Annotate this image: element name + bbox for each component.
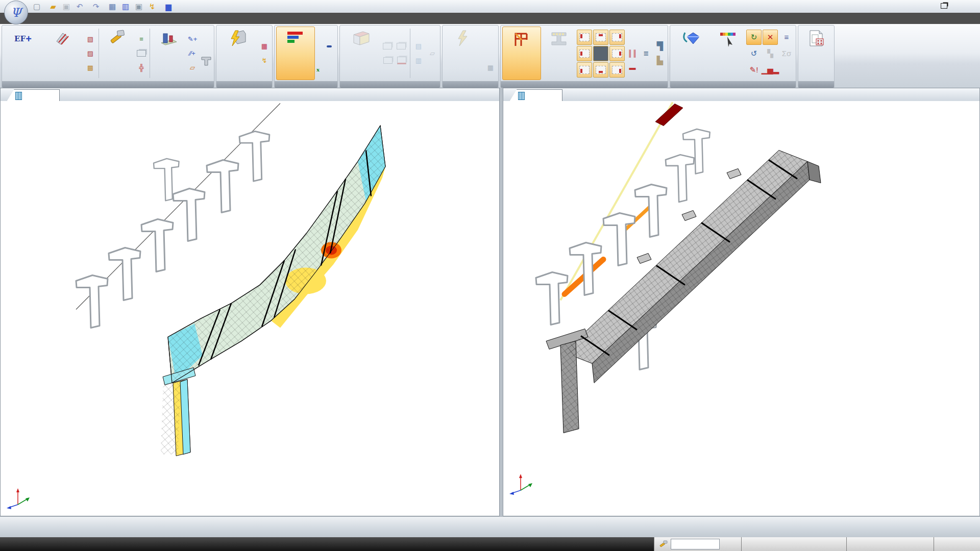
section-top-right-button[interactable] bbox=[609, 30, 625, 45]
plate-x-button[interactable] bbox=[382, 40, 394, 53]
frame-epure-icon bbox=[512, 30, 531, 48]
pencil-alert-button[interactable]: ✎! bbox=[746, 62, 762, 78]
ruler-t-button[interactable] bbox=[640, 33, 652, 45]
ip-button[interactable] bbox=[200, 40, 212, 53]
section-top-button[interactable] bbox=[593, 30, 608, 45]
frame-grid-button[interactable]: ▦ bbox=[258, 40, 271, 53]
section-sum-button[interactable] bbox=[593, 46, 608, 61]
column-capital-top-button[interactable]: ▜ bbox=[654, 40, 666, 53]
lightning-grid-button[interactable]: ↯ bbox=[258, 55, 271, 67]
epure-mosaic-button[interactable] bbox=[502, 27, 541, 80]
right-viewport-tab[interactable] bbox=[509, 89, 562, 102]
left-canvas[interactable] bbox=[0, 101, 500, 516]
aaa-ruler-button[interactable] bbox=[426, 33, 438, 45]
restore-icon bbox=[941, 3, 947, 9]
run-calculation-quick-button[interactable]: ↯ bbox=[147, 2, 157, 12]
volume-block-button[interactable] bbox=[135, 47, 148, 60]
add-pen-button[interactable]: ✎+ bbox=[186, 33, 199, 45]
crack-additional-button[interactable] bbox=[316, 47, 319, 60]
restore-button[interactable] bbox=[937, 1, 950, 11]
section-bottom-left-button[interactable] bbox=[577, 62, 592, 78]
eraser-button[interactable]: ▱ bbox=[426, 47, 438, 60]
open-in-sapfir-button[interactable] bbox=[672, 27, 710, 80]
symmetry-button[interactable] bbox=[543, 27, 575, 80]
group-label bbox=[670, 81, 796, 88]
add-needles-button[interactable]: ∕∕+ bbox=[186, 47, 199, 60]
documentation-button[interactable] bbox=[800, 27, 832, 80]
calculation-run-button[interactable] bbox=[218, 27, 257, 80]
column-capital-bottom-button[interactable]: ▙ bbox=[654, 55, 666, 67]
ka-button[interactable] bbox=[484, 47, 497, 60]
reinforce-corner-2-button[interactable]: ▨ bbox=[84, 47, 96, 60]
plate-cube1-button[interactable] bbox=[382, 55, 394, 67]
lira-sapr-window: ▢ ▰ ▣ ↶ ↷ ▦ ▥ ▣ ↯ ▆ Ψ bbox=[0, 0, 980, 551]
clear-results-button[interactable]: ✕ bbox=[763, 30, 778, 45]
plate-stack2-button[interactable]: ▥ bbox=[412, 55, 425, 67]
plates-ks-button[interactable] bbox=[426, 62, 438, 74]
loadcase-select[interactable] bbox=[671, 539, 720, 549]
stamp-button[interactable]: ▱ bbox=[186, 62, 199, 74]
bars-ks-button[interactable] bbox=[640, 62, 652, 74]
variant-list-button[interactable]: ≡ bbox=[135, 33, 148, 45]
given-reinforcement-button[interactable] bbox=[44, 27, 83, 80]
section-right-button[interactable] bbox=[609, 46, 625, 61]
close-button[interactable] bbox=[964, 1, 977, 11]
right-axes-triad bbox=[507, 469, 538, 497]
abacus-button[interactable]: ≡ bbox=[779, 30, 794, 45]
open-file-button[interactable]: ▰ bbox=[48, 2, 58, 12]
section-top-left-button[interactable] bbox=[577, 30, 592, 45]
t-beam-button[interactable] bbox=[200, 55, 212, 67]
horizontal-bar-button[interactable]: ▬ bbox=[626, 62, 639, 74]
stairs-button[interactable]: ▚ bbox=[763, 46, 778, 61]
section-bottom-button[interactable] bbox=[593, 62, 608, 78]
query-grid-button[interactable] bbox=[779, 62, 794, 78]
plate-y-button[interactable] bbox=[396, 40, 408, 53]
nodes-counter bbox=[741, 537, 846, 551]
snapshot-button[interactable]: ▣ bbox=[134, 2, 144, 12]
zero-frame-button[interactable] bbox=[324, 40, 336, 53]
book-button[interactable]: ▥ bbox=[120, 2, 131, 12]
as-fire-button[interactable] bbox=[324, 55, 336, 67]
gray-beam bbox=[503, 102, 821, 433]
refresh-scale-button[interactable]: ↺ bbox=[746, 46, 762, 61]
punching-table-button[interactable]: ▦ bbox=[484, 62, 497, 74]
variants-button[interactable] bbox=[101, 27, 134, 80]
sum-sigma-button[interactable]: Σσ bbox=[779, 46, 794, 61]
plate-cube2-button[interactable] bbox=[396, 55, 408, 67]
section-left-button[interactable] bbox=[577, 46, 592, 61]
undo-button[interactable]: ↶ bbox=[75, 2, 85, 12]
percent-button[interactable] bbox=[626, 33, 639, 45]
results-chart-button[interactable]: ▆ bbox=[163, 2, 174, 12]
plate-stack1-button[interactable]: ▤ bbox=[412, 40, 425, 53]
new-file-button[interactable]: ▢ bbox=[32, 2, 42, 12]
strength-button[interactable] bbox=[316, 33, 319, 46]
model-view-button[interactable]: ▦ bbox=[107, 2, 117, 12]
blocks-button[interactable] bbox=[152, 27, 185, 80]
save-button[interactable]: ▣ bbox=[61, 2, 71, 12]
punching-run-button[interactable] bbox=[444, 27, 483, 80]
left-viewport-tab[interactable] bbox=[7, 89, 60, 102]
vertical-bars-button[interactable]: ║║ bbox=[626, 47, 639, 60]
refresh-results-button[interactable]: ↻ bbox=[746, 30, 762, 45]
full-reinforcement-button[interactable] bbox=[276, 27, 315, 80]
scale-button[interactable] bbox=[712, 27, 745, 80]
review-list-button[interactable]: ≣ bbox=[640, 47, 652, 60]
section-bottom-right-button[interactable] bbox=[609, 62, 625, 78]
reinforce-corner-3-button[interactable]: ▩ bbox=[84, 62, 96, 74]
histogram-button[interactable]: ▁▅▂ bbox=[763, 62, 778, 78]
stiffness-button[interactable]: EF+ bbox=[4, 27, 42, 80]
tools-grid: ↻ ✕ ≡ ↺ ▚ Σσ ✎! ▁▅▂ bbox=[746, 30, 794, 78]
redo-button[interactable]: ↷ bbox=[91, 2, 101, 12]
app-logo[interactable]: Ψ bbox=[4, 1, 28, 24]
left-viewport bbox=[0, 88, 500, 516]
reinforce-corner-1-button[interactable]: ▧ bbox=[84, 33, 96, 45]
torsion-button[interactable]: x bbox=[316, 61, 322, 74]
mosaic-cuts-button[interactable] bbox=[341, 27, 380, 80]
minimize-button[interactable] bbox=[911, 1, 924, 11]
tasks-counter bbox=[934, 537, 980, 551]
t-beam-icon bbox=[201, 55, 212, 66]
aswu-button[interactable] bbox=[484, 33, 497, 45]
red-grid-button[interactable]: ╬ bbox=[135, 62, 148, 74]
blocks-3d-icon bbox=[159, 30, 178, 48]
right-canvas[interactable] bbox=[503, 101, 980, 516]
